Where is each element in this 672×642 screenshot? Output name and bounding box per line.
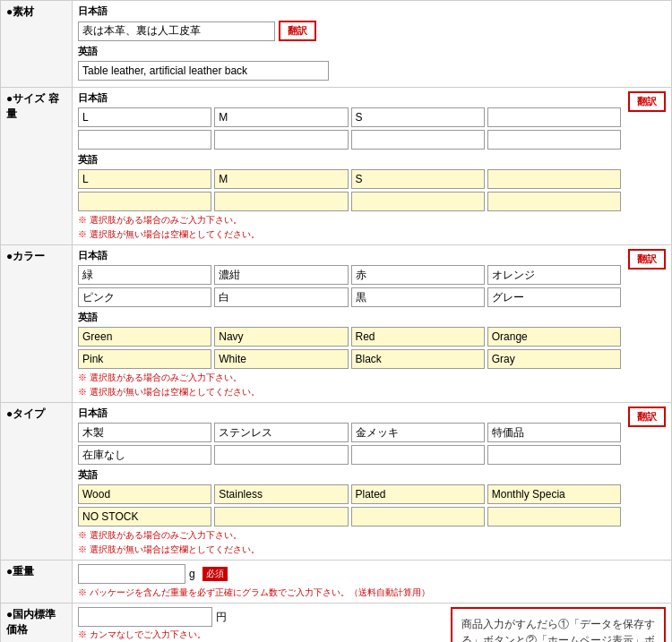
size-jp-4[interactable] [487,107,621,127]
weight-note: ※ パッケージを含んだ重量を必ず正確にグラム数でご入力下さい。（送料自動計算用） [78,586,666,599]
size-translate-btn[interactable]: 翻訳 [628,91,666,112]
type-label: ●タイプ [1,403,73,561]
type-en-8[interactable] [487,507,621,526]
color-jp-label: 日本語 [78,249,621,262]
size-en-5[interactable] [78,192,211,211]
type-en-6[interactable] [214,507,348,526]
color-label: ●カラー [1,245,73,403]
color-en-7[interactable] [351,349,485,369]
weight-content: g 必須 ※ パッケージを含んだ重量を必ず正確にグラム数でご入力下さい。（送料自… [73,561,672,603]
type-en-5[interactable] [78,507,211,526]
type-jp-8[interactable] [487,445,621,465]
type-note2: ※ 選択肢が無い場合は空欄としてください。 [78,544,621,556]
size-jp-2[interactable] [214,107,348,127]
size-jp-5[interactable] [78,130,211,150]
size-jp-6[interactable] [214,130,348,150]
material-en-label: 英語 [78,45,666,58]
type-en-4[interactable] [487,484,621,504]
color-jp-5[interactable] [78,287,211,307]
type-jp-5[interactable] [78,445,211,465]
material-jp-input[interactable] [78,21,275,41]
type-jp-3[interactable] [351,423,485,442]
material-content: 日本語 翻訳 英語 [73,1,672,88]
type-jp-1[interactable] [78,423,211,442]
size-jp-label: 日本語 [78,91,621,105]
color-jp-3[interactable] [351,265,485,285]
color-translate-btn[interactable]: 翻訳 [628,249,666,270]
color-jp-4[interactable] [487,265,621,285]
color-en-3[interactable] [351,327,485,347]
weight-required-badge: 必須 [202,567,228,581]
type-content: 日本語 英語 [73,403,672,561]
size-en-7[interactable] [351,192,485,211]
type-en-2[interactable] [214,484,348,504]
domestic-price-label: ●国内標準価格 [1,603,73,643]
type-en-label: 英語 [78,468,621,482]
color-content: 日本語 英語 [73,245,672,403]
size-note1: ※ 選択肢がある場合のみご入力下さい。 [78,214,621,227]
size-label: ●サイズ 容量 [1,88,73,245]
color-en-8[interactable] [487,349,621,369]
color-en-6[interactable] [214,349,348,369]
color-en-1[interactable] [78,327,211,347]
size-en-3[interactable] [351,169,485,189]
size-content: 日本語 英語 [73,88,672,245]
size-en-6[interactable] [214,192,348,211]
domestic-price-unit: 円 [216,610,227,625]
size-jp-7[interactable] [351,130,485,150]
size-en-4[interactable] [487,169,621,189]
size-jp-3[interactable] [351,107,485,127]
weight-label: ●重量 [1,561,73,603]
domestic-price-content: 円 ※ カンマなしでご入力下さい。 商品入力がすんだら①「データを保存する」ボタ… [73,603,672,643]
callout-box: 商品入力がすんだら①「データを保存する」ボタンと②「ホームページ表示」ボタンをク… [451,607,666,642]
material-label: ●素材 [1,1,73,88]
type-en-3[interactable] [351,484,485,504]
domestic-price-note: ※ カンマなしでご入力下さい。 [78,629,435,641]
color-jp-2[interactable] [214,265,348,285]
color-jp-7[interactable] [351,287,485,307]
domestic-price-input[interactable] [78,607,212,627]
size-jp-1[interactable] [78,107,211,127]
weight-unit: g [189,568,195,580]
type-en-7[interactable] [351,507,485,526]
type-jp-6[interactable] [214,445,348,465]
size-en-1[interactable] [78,169,211,189]
color-note2: ※ 選択肢が無い場合は空欄としてください。 [78,386,621,398]
type-en-1[interactable] [78,484,211,504]
type-jp-2[interactable] [214,423,348,442]
size-en-label: 英語 [78,153,621,167]
type-note1: ※ 選択肢がある場合のみご入力下さい。 [78,529,621,542]
color-en-5[interactable] [78,349,211,369]
type-jp-7[interactable] [351,445,485,465]
color-jp-6[interactable] [214,287,348,307]
size-note2: ※ 選択肢が無い場合は空欄としてください。 [78,228,621,241]
material-jp-label: 日本語 [78,4,666,18]
type-jp-4[interactable] [487,423,621,442]
weight-input[interactable] [78,564,185,584]
type-jp-label: 日本語 [78,407,621,420]
material-translate-btn[interactable]: 翻訳 [279,21,316,41]
color-en-label: 英語 [78,311,621,324]
color-jp-8[interactable] [487,287,621,307]
size-en-2[interactable] [214,169,348,189]
color-en-2[interactable] [214,327,348,347]
material-en-input[interactable] [78,61,329,81]
color-note1: ※ 選択肢がある場合のみご入力下さい。 [78,372,621,384]
type-translate-btn[interactable]: 翻訳 [628,407,666,427]
color-en-4[interactable] [487,327,621,347]
size-en-8[interactable] [487,192,621,211]
size-jp-8[interactable] [487,130,621,150]
color-jp-1[interactable] [78,265,211,285]
